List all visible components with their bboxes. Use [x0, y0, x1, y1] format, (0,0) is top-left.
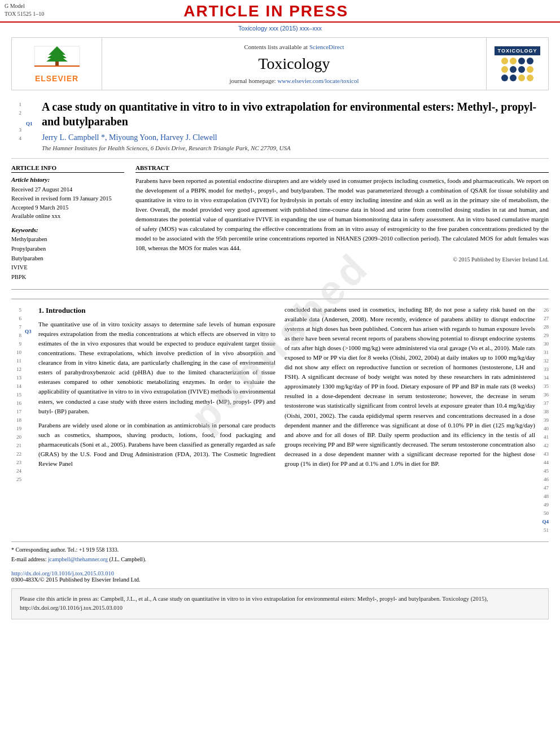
- intro-section-title: 1. Introduction: [38, 305, 275, 316]
- q3-annotation: Q3: [25, 305, 35, 535]
- contents-text: Contents lists available at: [244, 43, 308, 50]
- g-model-text: G Model: [5, 2, 44, 10]
- tox-dot: [527, 75, 533, 81]
- footnote-corresponding: * Corresponding author. Tel.: +1 919 558…: [11, 545, 549, 554]
- model-label: G Model TOX 51525 1–10: [5, 2, 44, 18]
- journal-header: ELSEVIER Contents lists available at Sci…: [11, 37, 549, 90]
- doi-header-text: Toxicology xxx (2015) xxx–xxx: [238, 25, 322, 32]
- abstract-text: Parabens have been reported as potential…: [135, 176, 549, 253]
- elsevier-logo-section: ELSEVIER: [12, 38, 102, 90]
- left-body-col: 5 6 7 8 9 10 11 12 13 14 15 16 17 18: [11, 305, 275, 535]
- journal-title-section: Contents lists available at ScienceDirec…: [102, 38, 486, 90]
- watermark-wrapper: published 1 2 3 4 Q1 A case study on qua…: [11, 99, 549, 583]
- homepage-label: journal homepage:: [230, 77, 276, 84]
- intro-para1-text: The quantitative use of in vitro toxicit…: [38, 321, 275, 414]
- line-1: 1: [11, 101, 21, 109]
- body-left-line-nums: 5 6 7 8 9 10 11 12 13 14 15 16 17 18: [11, 305, 21, 535]
- authors-line: Jerry L. Campbell *, Miyoung Yoon, Harve…: [42, 133, 549, 142]
- journal-title: Toxicology: [108, 55, 480, 73]
- paper-title: A case study on quantitative in vitro to…: [42, 99, 549, 129]
- article-in-press-banner: ARTICLE IN PRESS: [44, 2, 488, 20]
- keyword-2: Propylparaben: [11, 244, 124, 254]
- journal-homepage: journal homepage: www.elsevier.com/locat…: [108, 77, 480, 84]
- tox-dot: [501, 58, 508, 64]
- line-3: 3: [11, 126, 21, 134]
- left-line-numbers: 1 2 3 4: [11, 99, 21, 156]
- intro-right-text: concluded that parabens used in cosmetic…: [285, 305, 535, 535]
- article-info-abstract: ARTICLE INFO Article history: Received 2…: [11, 158, 549, 282]
- received-date: Received 27 August 2014: [11, 185, 124, 194]
- intro-right-para: concluded that parabens used in cosmetic…: [285, 305, 535, 469]
- tox-dot: [501, 66, 508, 73]
- tox-dots-grid: [501, 58, 533, 81]
- doi-url[interactable]: http://dx.doi.org/10.1016/j.tox.2015.03.…: [11, 570, 114, 576]
- keyword-5: PBPK: [11, 273, 124, 282]
- line-blank: [11, 117, 21, 126]
- paper-header-row: 1 2 3 4 Q1 A case study on quantitative …: [11, 99, 549, 156]
- q1-label: Q1: [26, 121, 33, 126]
- tox-dot: [527, 66, 533, 73]
- footnote-email: E-mail address: jcampbell@thehamner.org …: [11, 555, 549, 563]
- intro-para2-text: Parabens are widely used alone or in com…: [38, 422, 275, 467]
- footnote-row: * Corresponding author. Tel.: +1 919 558…: [11, 545, 549, 565]
- article-in-press-title: ARTICLE IN PRESS: [44, 2, 488, 20]
- intro-right-para-text: concluded that parabens used in cosmetic…: [285, 306, 535, 467]
- toxicology-badge: TOXICOLOGY: [495, 46, 541, 55]
- keywords-section: Keywords: Methylparaben Propylparaben Bu…: [11, 226, 124, 282]
- tox-dot: [510, 75, 517, 81]
- tox-dot: [518, 66, 525, 73]
- keyword-1: Methylparaben: [11, 235, 124, 244]
- issn-text: 0300-483X/© 2015 Published by Elsevier I…: [11, 576, 549, 583]
- intro-left-text: 1. Introduction The quantitative use of …: [38, 305, 275, 535]
- tox-id-text: TOX 51525 1–10: [5, 10, 44, 18]
- email-label: E-mail address:: [11, 556, 46, 562]
- toxicology-badge-section: TOXICOLOGY: [486, 38, 548, 90]
- q1-annotation: Q1: [26, 99, 37, 156]
- tox-dot: [518, 58, 525, 64]
- email-suffix: (J.L. Campbell).: [109, 556, 146, 562]
- online-date: Available online xxx: [11, 212, 124, 221]
- copyright-line: © 2015 Published by Elsevier Ireland Ltd…: [135, 256, 549, 263]
- body-two-col: 5 6 7 8 9 10 11 12 13 14 15 16 17 18: [11, 305, 549, 535]
- email-address[interactable]: jcampbell@thehamner.org: [48, 556, 108, 562]
- affiliation-text: The Hamner Institutes for Health Science…: [42, 145, 549, 151]
- tox-dot: [518, 75, 525, 81]
- history-label: Article history:: [11, 176, 124, 183]
- footnote-left: * Corresponding author. Tel.: +1 919 558…: [11, 545, 549, 565]
- bottom-citation: Please cite this article in press as: Ca…: [11, 588, 549, 619]
- tox-dot: [527, 58, 533, 64]
- corresponding-text: * Corresponding author. Tel.: +1 919 558…: [11, 547, 119, 553]
- accepted-date: Accepted 9 March 2015: [11, 203, 124, 212]
- section-divider: [11, 289, 549, 290]
- science-direct-link[interactable]: ScienceDirect: [309, 43, 344, 50]
- right-body-col: concluded that parabens used in cosmetic…: [285, 305, 549, 535]
- intro-para1: The quantitative use of in vitro toxicit…: [38, 320, 275, 416]
- line-2: 2: [11, 109, 21, 117]
- abstract-heading: ABSTRACT: [135, 164, 549, 173]
- intro-section: 5 6 7 8 9 10 11 12 13 14 15 16 17 18: [11, 299, 549, 583]
- keyword-4: IVIVE: [11, 263, 124, 273]
- top-banner: G Model TOX 51525 1–10 ARTICLE IN PRESS: [0, 0, 560, 23]
- contents-line: Contents lists available at ScienceDirec…: [108, 43, 480, 50]
- keyword-3: Butylparaben: [11, 254, 124, 264]
- main-content: published 1 2 3 4 Q1 A case study on qua…: [0, 94, 560, 625]
- article-info-column: ARTICLE INFO Article history: Received 2…: [11, 164, 124, 282]
- intro-para2: Parabens are widely used alone or in com…: [38, 421, 275, 469]
- tox-dot: [501, 75, 508, 81]
- footnote-section: * Corresponding author. Tel.: +1 919 558…: [11, 541, 549, 565]
- tox-dot: [510, 66, 517, 73]
- revised-date: Received in revised form 19 January 2015: [11, 194, 124, 203]
- tox-dot: [510, 58, 517, 64]
- doi-header: Toxicology xxx (2015) xxx–xxx: [0, 23, 560, 34]
- authors-text: Jerry L. Campbell *, Miyoung Yoon, Harve…: [42, 133, 217, 142]
- doi-section: http://dx.doi.org/10.1016/j.tox.2015.03.…: [11, 570, 549, 583]
- article-info-heading: ARTICLE INFO: [11, 164, 124, 173]
- paper-title-authors: A case study on quantitative in vitro to…: [42, 99, 549, 156]
- citation-text: Please cite this article in press as: Ca…: [20, 596, 488, 611]
- elsevier-text: ELSEVIER: [35, 74, 78, 83]
- abstract-column: ABSTRACT Parabens have been reported as …: [135, 164, 549, 282]
- homepage-url[interactable]: www.elsevier.com/locate/toxicol: [277, 77, 358, 84]
- elsevier-logo: [23, 45, 91, 73]
- line-4: 4: [11, 134, 21, 143]
- body-right-line-nums: 26 27 28 29 30 31 32 33 34 35 36 37 38 3…: [539, 305, 549, 535]
